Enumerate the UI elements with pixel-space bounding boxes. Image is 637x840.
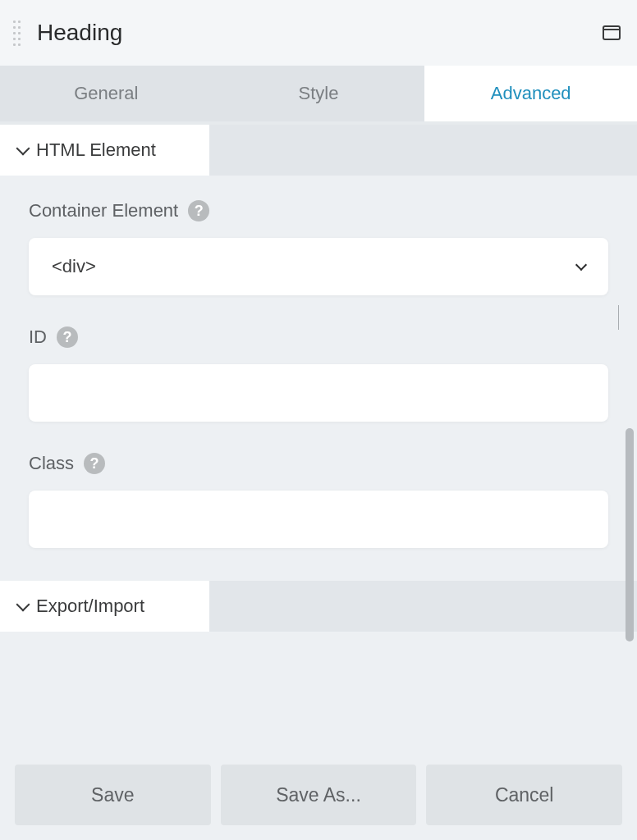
save-as-button[interactable]: Save As... <box>221 765 417 825</box>
tab-general[interactable]: General <box>0 66 213 121</box>
section-toggle-export-import[interactable]: Export/Import <box>0 581 209 632</box>
chevron-down-icon <box>16 598 30 612</box>
panel-scroll-area[interactable]: HTML Element Container Element ? <div> I… <box>0 125 637 753</box>
chevron-down-icon <box>16 142 30 156</box>
divider <box>618 305 619 330</box>
save-button[interactable]: Save <box>15 765 211 825</box>
chevron-down-icon <box>575 258 587 270</box>
tab-advanced[interactable]: Advanced <box>424 66 637 121</box>
help-icon[interactable]: ? <box>188 200 209 221</box>
select-container-element[interactable]: <div> <box>29 238 608 295</box>
tab-style[interactable]: Style <box>213 66 425 121</box>
panel-footer: Save Save As... Cancel <box>0 753 637 840</box>
field-container-element: Container Element ? <div> <box>29 200 608 295</box>
help-icon[interactable]: ? <box>84 453 105 474</box>
spacer <box>0 632 637 648</box>
help-icon[interactable]: ? <box>57 326 78 348</box>
settings-panel: Heading General Style Advanced HTML Elem… <box>0 0 637 840</box>
drag-handle-icon[interactable] <box>8 21 25 46</box>
cancel-button[interactable]: Cancel <box>426 765 622 825</box>
section-row-html-element: HTML Element <box>0 125 637 176</box>
field-class: Class ? <box>29 453 608 548</box>
select-value: <div> <box>52 256 96 277</box>
tab-bar: General Style Advanced <box>0 66 637 125</box>
section-row-export-import: Export/Import <box>0 581 637 632</box>
field-id: ID ? <box>29 326 608 422</box>
panel-title: Heading <box>37 20 603 46</box>
input-class[interactable] <box>29 491 608 548</box>
section-body-html-element: Container Element ? <div> ID ? C <box>0 176 637 581</box>
section-title-export-import: Export/Import <box>36 596 144 617</box>
label-container-element: Container Element ? <box>29 200 608 221</box>
scrollbar-thumb[interactable] <box>626 428 634 641</box>
input-id[interactable] <box>29 364 608 422</box>
section-toggle-html-element[interactable]: HTML Element <box>0 125 209 176</box>
responsive-toggle-icon[interactable] <box>603 25 621 40</box>
label-class: Class ? <box>29 453 608 474</box>
label-id: ID ? <box>29 326 608 348</box>
section-title-html-element: HTML Element <box>36 139 156 161</box>
panel-header: Heading <box>0 0 637 66</box>
